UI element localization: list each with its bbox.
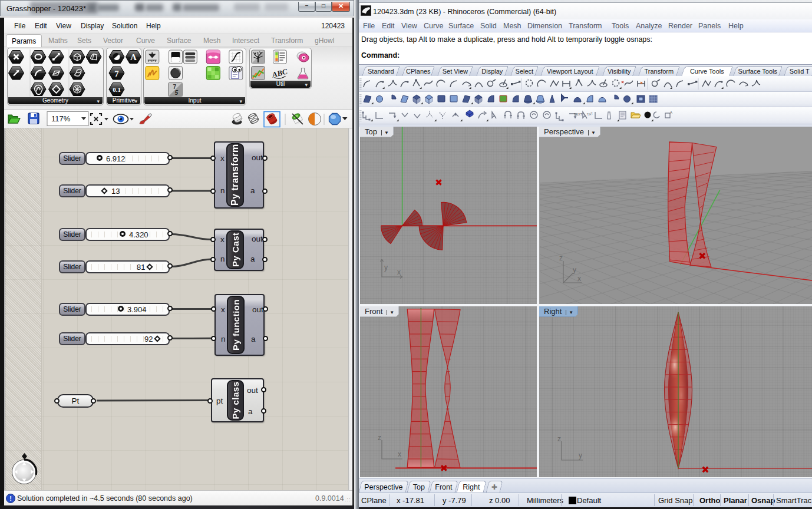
svg-text:x: x [577, 275, 581, 283]
svg-text:x: x [398, 450, 401, 458]
svg-text:x: x [397, 268, 401, 276]
svg-text:!: ! [9, 495, 12, 502]
svg-text:y: y [384, 263, 388, 272]
svg-text:z: z [557, 435, 561, 443]
svg-text:TXT: TXT [586, 111, 593, 116]
svg-text:z: z [559, 254, 563, 262]
svg-text:z: z [378, 434, 381, 442]
svg-text:A: A [670, 111, 672, 114]
svg-text:y: y [579, 451, 582, 460]
svg-text:y: y [573, 266, 576, 274]
svg-text:TEXT: TEXT [574, 113, 583, 116]
